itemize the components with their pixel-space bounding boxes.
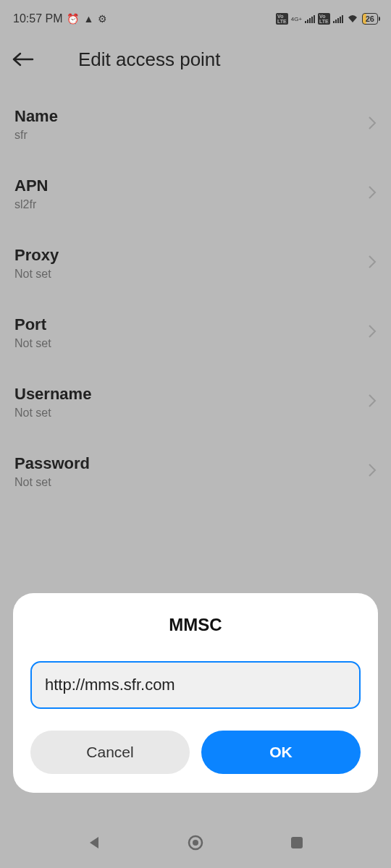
triangle-left-icon <box>87 835 101 850</box>
nav-home-button[interactable] <box>185 833 206 853</box>
svg-rect-2 <box>291 837 303 848</box>
cancel-button[interactable]: Cancel <box>30 731 190 774</box>
square-icon <box>290 836 303 849</box>
dialog-title: MMSC <box>30 615 361 635</box>
svg-point-1 <box>193 840 198 846</box>
navigation-bar <box>0 817 391 868</box>
nav-back-button[interactable] <box>84 833 104 853</box>
ok-button[interactable]: OK <box>201 731 361 774</box>
mmsc-input[interactable] <box>30 661 361 709</box>
dialog-buttons: Cancel OK <box>30 731 361 774</box>
nav-recents-button[interactable] <box>287 833 307 853</box>
circle-icon <box>187 834 204 851</box>
mmsc-dialog: MMSC Cancel OK <box>13 593 378 793</box>
